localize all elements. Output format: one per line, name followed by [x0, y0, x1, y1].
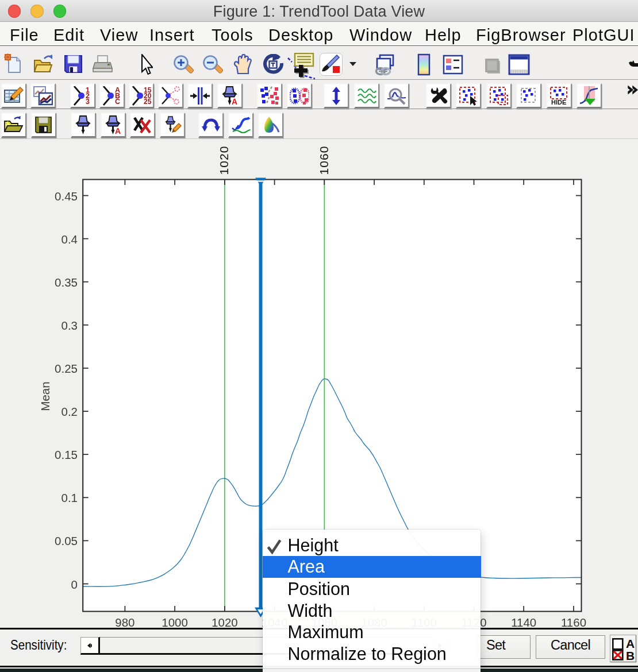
- svg-text:1020: 1020: [217, 145, 230, 175]
- svg-text:0.15: 0.15: [55, 448, 78, 461]
- svg-text:3: 3: [86, 98, 90, 106]
- svg-text:1060: 1060: [317, 145, 330, 175]
- svg-text:25: 25: [144, 98, 151, 106]
- svg-text:Mean: Mean: [39, 381, 52, 411]
- svg-text:A: A: [115, 126, 121, 135]
- svg-text:0: 0: [71, 578, 78, 591]
- svg-text:1020: 1020: [212, 616, 238, 629]
- svg-text:1000: 1000: [162, 616, 188, 629]
- svg-text:0.05: 0.05: [55, 534, 78, 547]
- svg-text:0.3: 0.3: [62, 319, 78, 332]
- svg-text:A: A: [232, 97, 237, 106]
- svg-text:HIDE: HIDE: [551, 99, 566, 106]
- svg-text:0.45: 0.45: [55, 190, 78, 203]
- svg-text:1160: 1160: [561, 616, 586, 629]
- svg-text:0.25: 0.25: [55, 362, 78, 375]
- svg-text:C: C: [115, 98, 120, 106]
- svg-text:0.1: 0.1: [62, 491, 78, 504]
- svg-text:0.2: 0.2: [62, 405, 78, 418]
- svg-text:0.35: 0.35: [55, 276, 78, 289]
- svg-text:1140: 1140: [511, 616, 536, 629]
- svg-text:0.4: 0.4: [62, 233, 78, 246]
- svg-text:980: 980: [115, 616, 134, 629]
